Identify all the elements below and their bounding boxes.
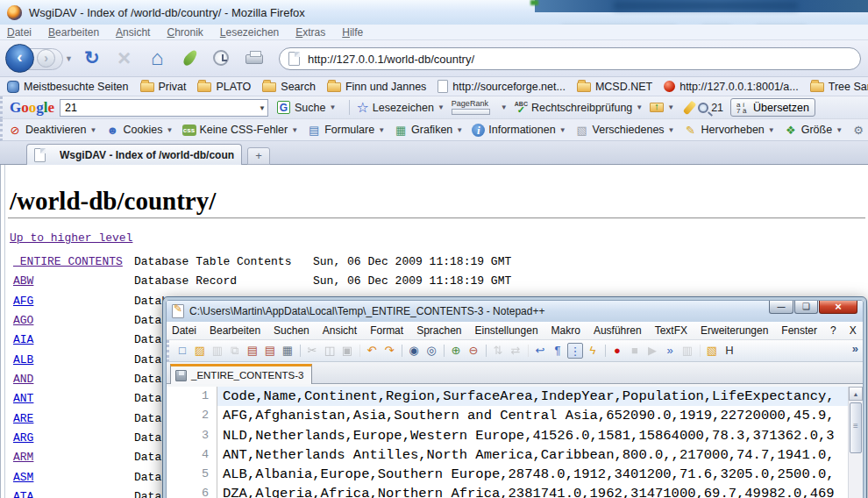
bookmark-item[interactable]: Finn und Jannes [327, 81, 426, 93]
webdev-item[interactable]: ▧ Verschiedenes [575, 124, 675, 137]
home-button[interactable] [151, 47, 164, 69]
toolbar-icon[interactable]: ✂ [304, 343, 320, 359]
google-bookmarks-button[interactable]: Lesezeichen [356, 99, 444, 116]
bookmark-item[interactable]: PLATO [197, 81, 251, 93]
toolbar-icon[interactable]: ▧ [704, 343, 720, 359]
stop-button[interactable] [117, 47, 131, 70]
toolbar-icon[interactable]: ▨ [192, 343, 208, 359]
close-button[interactable] [819, 301, 857, 314]
toolbar-icon[interactable]: ▥ [210, 343, 225, 359]
editor-line[interactable]: 1 Code,Name,Continent,Region,SurfaceArea… [167, 387, 863, 406]
restore-button[interactable] [794, 301, 818, 314]
webdev-item[interactable]: ⊘ Deaktivieren [8, 124, 96, 137]
mdi-close-button[interactable]: X [850, 324, 857, 337]
notepad-menu-item[interactable]: Erweiterungen [701, 324, 768, 337]
toolbar-icon[interactable]: ⇄ [508, 343, 523, 359]
toolbar-icon[interactable]: ↶ [364, 343, 380, 359]
notepad-menu-item[interactable]: Ausführen [594, 324, 642, 337]
directory-entry-link[interactable]: ABW [13, 274, 33, 288]
url-bar[interactable]: http://127.0.0.1/world-db/country/ [279, 47, 861, 70]
firefox-menu-item[interactable]: Ansicht [116, 26, 150, 39]
notepad-menu-item[interactable]: Makro [551, 324, 580, 337]
webdev-item[interactable]: i Informationen [472, 124, 566, 137]
webdev-item[interactable]: ☻ Cookies [105, 124, 173, 137]
toolbar-icon[interactable]: ↩ [532, 343, 548, 359]
line-text[interactable]: AFG,Afghanistan,Asia,Southern and Centra… [217, 406, 863, 425]
scroll-up-icon[interactable]: ▲ [849, 387, 863, 401]
notepad-menu-item[interactable]: Datei [172, 324, 196, 337]
browser-tab[interactable]: WsgiDAV - Index of /world-db/count... [26, 144, 242, 165]
directory-entry-link[interactable]: AFG [13, 295, 33, 308]
line-text[interactable]: ALB,Albania,Europe,Southern Europe,28748… [217, 465, 863, 484]
firefox-menu-item[interactable]: Extras [295, 26, 325, 39]
new-tab-button[interactable]: + [247, 147, 270, 165]
spellcheck-button[interactable]: ABC Rechtschreibprüfung [515, 101, 643, 115]
editor-line[interactable]: 3 NLD,Netherlands,Europe,Western Europe,… [167, 426, 863, 445]
search-dropdown-icon[interactable] [259, 104, 266, 112]
toolbar-icon[interactable]: » [662, 343, 678, 359]
translate-button[interactable]: aí7ä Übersetzen [730, 98, 815, 117]
webdev-item[interactable]: ❖ Größe [784, 124, 843, 137]
minimize-button[interactable] [769, 301, 793, 314]
notepad-menu-item[interactable]: Sprachen [416, 324, 461, 337]
scrollbar-thumb[interactable] [850, 402, 862, 453]
print-button[interactable] [245, 54, 263, 64]
firefox-menu-item[interactable]: Hilfe [342, 26, 363, 39]
directory-entry-link[interactable]: ATA [13, 490, 33, 498]
directory-entry-link[interactable]: ARE [13, 412, 33, 425]
notepad-menu-item[interactable]: Einstellungen [475, 324, 538, 337]
editor-scrollbar[interactable]: ▲ [848, 387, 863, 498]
notepad-titlebar[interactable]: C:\Users\Martin\AppData\Local\Temp\_ENTI… [167, 301, 863, 322]
google-search-button[interactable]: G Suche [277, 101, 336, 114]
editor-line[interactable]: 6 DZA,Algeria,Africa,Northern Africa,238… [167, 484, 863, 498]
toolbar-icon[interactable]: ⋮ [567, 343, 583, 359]
webdev-item[interactable]: ✎ Hervorheben [684, 124, 775, 137]
toolbar-icon[interactable]: ▶ [644, 343, 660, 359]
line-text[interactable]: Code,Name,Continent,Region,SurfaceArea,I… [217, 387, 863, 406]
firefox-menu-item[interactable]: Chronik [167, 26, 203, 39]
toolbar-icon[interactable]: ▦ [280, 343, 295, 359]
directory-entry-link[interactable]: ENTIRE CONTENTS [13, 255, 123, 268]
directory-entry-link[interactable]: AIA [13, 333, 33, 346]
webdev-item[interactable]: css Keine CSS-Fehler [182, 124, 299, 136]
directory-entry-link[interactable]: ARM [13, 451, 33, 464]
toolbar-icon[interactable]: ◫ [322, 343, 338, 359]
leaf-addon-icon[interactable] [181, 48, 199, 68]
notepad-menu-item[interactable]: Ansicht [323, 324, 357, 337]
editor-area[interactable]: 1 Code,Name,Continent,Region,SurfaceArea… [167, 387, 863, 498]
forward-button[interactable] [37, 49, 55, 68]
firefox-menu-item[interactable]: Datei [7, 26, 32, 39]
toolbar-icon[interactable]: ⧉ [227, 343, 243, 359]
line-text[interactable]: NLD,Netherlands,Europe,Western Europe,41… [217, 426, 863, 445]
bookmark-item[interactable]: Search [262, 81, 316, 93]
notepad-menu-item[interactable]: TextFX [655, 324, 687, 337]
directory-entry-link[interactable]: ASM [13, 471, 33, 484]
webdev-item[interactable]: ▦ Grafiken [394, 124, 463, 137]
editor-line[interactable]: 4 ANT,Netherlands Antilles,North America… [167, 445, 863, 465]
toolbar-icon[interactable]: ▤ [245, 343, 260, 359]
toolbar-icon[interactable]: ⊖ [466, 343, 481, 359]
notepad-menu-item[interactable]: Format [370, 324, 403, 337]
editor-line[interactable]: 2 AFG,Afghanistan,Asia,Southern and Cent… [167, 406, 863, 425]
pagerank-dropdown[interactable] [497, 103, 508, 111]
notepad-menu-item[interactable]: ? [830, 324, 836, 337]
directory-entry-link[interactable]: ARG [13, 431, 33, 445]
up-to-higher-level-link[interactable]: Up to higher level [10, 231, 132, 245]
clock-addon-icon[interactable] [213, 50, 229, 66]
toolbar-icon[interactable]: ▥ [679, 343, 695, 359]
line-text[interactable]: ANT,Netherlands Antilles,North America,C… [217, 445, 863, 465]
history-dropdown-icon[interactable] [65, 54, 73, 63]
bookmark-item[interactable]: http://127.0.0.1:8001/a... [664, 81, 799, 93]
toolbar-icon[interactable]: H [722, 343, 737, 359]
toolbar-icon[interactable]: ▤ [262, 343, 278, 359]
directory-entry-link[interactable]: ALB [13, 353, 33, 366]
toolbar-icon[interactable]: ⊕ [448, 343, 464, 359]
google-search-input[interactable] [60, 99, 268, 117]
webdev-item[interactable]: ⚙ Extras [851, 124, 868, 137]
firefox-menu-item[interactable]: Lesezeichen [220, 26, 279, 39]
highlighter-icon[interactable] [683, 100, 697, 115]
url-text[interactable]: http://127.0.0.1/world-db/country/ [308, 53, 474, 66]
pagerank-widget[interactable]: PageRank [452, 100, 490, 115]
toolbar-icon[interactable]: ↷ [381, 343, 397, 359]
toolbar-icon[interactable]: ¶ [550, 343, 566, 359]
